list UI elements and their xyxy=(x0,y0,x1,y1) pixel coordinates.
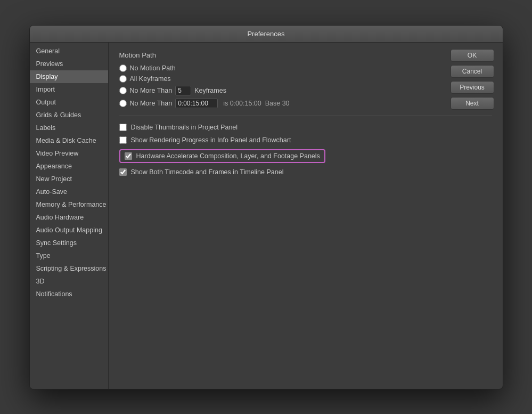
checkbox-hardware-accelerate-label: Hardware Accelerate Composition, Layer, … xyxy=(136,152,320,160)
radio-no-motion-path-input[interactable] xyxy=(119,64,127,72)
sidebar-item-memory-performance[interactable]: Memory & Performance xyxy=(30,198,108,211)
preferences-dialog: Preferences GeneralPreviewsDisplayImport… xyxy=(29,25,503,389)
sidebar-item-labels[interactable]: Labels xyxy=(30,121,108,134)
radio-no-more-than-keyframes-input[interactable] xyxy=(119,87,127,94)
keyframes-value-input[interactable] xyxy=(175,86,191,95)
dialog-title: Preferences xyxy=(247,30,284,38)
radio-no-more-than-keyframes: No More Than Keyframes xyxy=(119,86,492,95)
radio-no-more-than-time: No More Than is 0:00:15:00 Base 30 xyxy=(119,99,492,108)
checkbox-hardware-accelerate-highlight: Hardware Accelerate Composition, Layer, … xyxy=(119,149,325,163)
sidebar-item-3d[interactable]: 3D xyxy=(30,275,108,288)
checkbox-disable-thumbnails: Disable Thumbnails in Project Panel xyxy=(119,124,492,131)
radio-no-more-than-keyframes-label: No More Than xyxy=(130,87,173,94)
checkbox-show-rendering-progress-label: Show Rendering Progress in Info Panel an… xyxy=(131,136,291,144)
sidebar-item-previews[interactable]: Previews xyxy=(30,58,108,70)
checkbox-show-timecode-label: Show Both Timecode and Frames in Timelin… xyxy=(131,168,284,176)
radio-all-keyframes-input[interactable] xyxy=(119,75,127,83)
checkbox-hardware-accelerate-input[interactable] xyxy=(125,152,132,160)
section-title: Motion Path xyxy=(119,51,492,59)
cancel-button[interactable]: Cancel xyxy=(451,65,494,78)
sidebar: GeneralPreviewsDisplayImportOutputGrids … xyxy=(30,43,109,389)
sidebar-item-output[interactable]: Output xyxy=(30,96,108,109)
dialog-body: GeneralPreviewsDisplayImportOutputGrids … xyxy=(30,43,503,389)
sidebar-item-audio-hardware[interactable]: Audio Hardware xyxy=(30,211,108,224)
checkbox-hardware-accelerate: Hardware Accelerate Composition, Layer, … xyxy=(119,149,492,163)
keyframes-suffix-label: Keyframes xyxy=(194,87,226,94)
dialog-titlebar: Preferences xyxy=(30,26,503,43)
divider xyxy=(119,116,492,116)
checkbox-show-rendering-progress: Show Rendering Progress in Info Panel an… xyxy=(119,136,492,144)
sidebar-item-auto-save[interactable]: Auto-Save xyxy=(30,185,108,198)
sidebar-item-media-disk-cache[interactable]: Media & Disk Cache xyxy=(30,134,108,147)
sidebar-item-display[interactable]: Display xyxy=(30,70,108,83)
sidebar-item-grids-guides[interactable]: Grids & Guides xyxy=(30,109,108,121)
sidebar-item-import[interactable]: Import xyxy=(30,83,108,96)
time-value-input[interactable] xyxy=(175,99,218,108)
sidebar-item-notifications[interactable]: Notifications xyxy=(30,288,108,301)
radio-no-more-than-time-input[interactable] xyxy=(119,100,127,107)
previous-button[interactable]: Previous xyxy=(451,81,494,94)
sidebar-item-audio-output-mapping[interactable]: Audio Output Mapping xyxy=(30,224,108,237)
next-button[interactable]: Next xyxy=(451,97,494,110)
radio-all-keyframes-label: All Keyframes xyxy=(130,75,171,83)
sidebar-item-video-preview[interactable]: Video Preview xyxy=(30,147,108,160)
button-area: OK Cancel Previous Next xyxy=(451,49,494,110)
sidebar-item-new-project[interactable]: New Project xyxy=(30,173,108,185)
radio-no-more-than-time-label: No More Than xyxy=(130,100,173,107)
sidebar-item-type[interactable]: Type xyxy=(30,249,108,262)
sidebar-item-scripting-expressions[interactable]: Scripting & Expressions xyxy=(30,262,108,275)
sidebar-item-sync-settings[interactable]: Sync Settings xyxy=(30,237,108,249)
radio-no-motion-path-label: No Motion Path xyxy=(130,64,176,72)
checkbox-show-rendering-progress-input[interactable] xyxy=(119,136,127,144)
ok-button[interactable]: OK xyxy=(451,49,494,62)
checkbox-disable-thumbnails-input[interactable] xyxy=(119,124,127,131)
checkbox-disable-thumbnails-label: Disable Thumbnails in Project Panel xyxy=(131,124,238,131)
radio-all-keyframes: All Keyframes xyxy=(119,75,492,83)
checkbox-show-timecode-input[interactable] xyxy=(119,168,127,176)
sidebar-item-appearance[interactable]: Appearance xyxy=(30,160,108,173)
radio-no-motion-path: No Motion Path xyxy=(119,64,492,72)
checkbox-show-timecode: Show Both Timecode and Frames in Timelin… xyxy=(119,168,492,176)
time-suffix-label: is 0:00:15:00 Base 30 xyxy=(223,100,289,107)
sidebar-item-general[interactable]: General xyxy=(30,45,108,58)
main-content: OK Cancel Previous Next Motion Path No M… xyxy=(109,43,503,389)
